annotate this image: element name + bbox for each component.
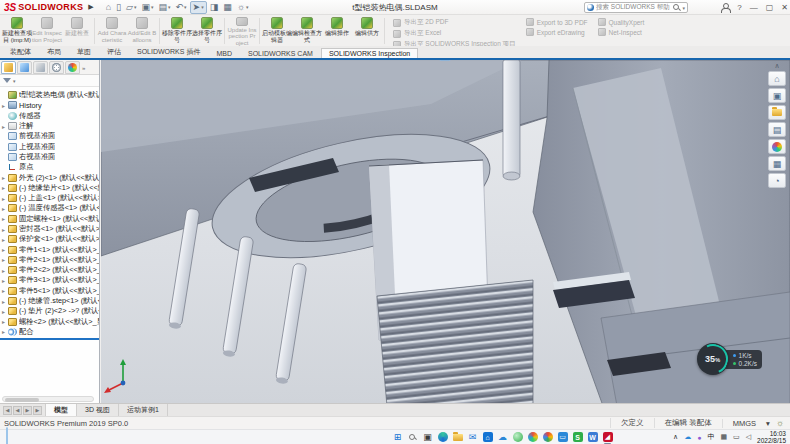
start-taskbar-button[interactable]: ⊞ — [392, 432, 403, 443]
status-units-dropdown-icon[interactable]: ▾ — [766, 419, 770, 428]
tree-item[interactable]: ▸密封器<1> (默认<<默认>_显示状 — [0, 224, 99, 234]
solidworks-forum-tab[interactable]: ◔ — [768, 173, 786, 188]
tree-item[interactable]: ▸零件2<2> (默认<<默认>_显示状 — [0, 265, 99, 275]
apply-scene-icon[interactable]: ▭ — [495, 60, 507, 61]
taskbar-clock[interactable]: 16:032022/8/15 — [757, 430, 786, 444]
tree-item[interactable]: ▸零件3<1> (默认<<默认>_显示状 — [0, 275, 99, 285]
home-button[interactable]: ⌂ — [104, 1, 113, 14]
filter-icon[interactable] — [3, 78, 11, 83]
store-taskbar-button[interactable]: ⌂ — [482, 432, 493, 443]
rebuild-button[interactable]: ◨ — [208, 1, 221, 14]
minimize-button[interactable]: — — [750, 3, 758, 12]
ime-chinese-icon[interactable]: 中 — [707, 432, 714, 442]
hidden-icons-icon[interactable]: ∧ — [673, 433, 678, 441]
widgets-button[interactable] — [6, 428, 8, 444]
tab-displaymanager[interactable] — [65, 61, 80, 74]
wps-taskbar-button[interactable]: W — [587, 432, 598, 443]
menu-flyout-arrow-icon[interactable]: ▶ — [88, 3, 93, 11]
tree-item[interactable]: 上视基准面 — [0, 141, 99, 151]
cm-tab-SOLIDWORKS 插件[interactable]: SOLIDWORKS 插件 — [129, 45, 208, 58]
tree-item[interactable]: ▸固定螺栓<1> (默认<<默认>_显示 — [0, 214, 99, 224]
file-explorer-tab[interactable] — [768, 105, 786, 120]
select-button[interactable]: ➤▾ — [190, 1, 207, 14]
cm-tab-布局[interactable]: 布局 — [39, 45, 69, 58]
edit-appearance-icon[interactable] — [481, 60, 493, 61]
tree-item[interactable]: ▸外壳 (2)<1> (默认<<默认>_显示状 — [0, 172, 99, 182]
tree-item[interactable]: ▸零件2<1> (默认<<默认>_显示状 — [0, 255, 99, 265]
help-search-box[interactable]: 搜索 SOLIDWORKS 帮助 ▾ — [584, 2, 688, 13]
doc-tab-运动算例1[interactable]: 运动算例1 — [119, 404, 168, 416]
tree-horizontal-scrollbar[interactable] — [2, 396, 94, 402]
view-orientation-icon[interactable]: ▣ — [439, 60, 451, 61]
usage-percent-badge[interactable]: 35% — [697, 343, 729, 375]
chrome-taskbar-button[interactable] — [542, 432, 553, 443]
select-dropdown-icon[interactable]: ▾ — [201, 2, 204, 12]
solidworks-logo[interactable]: 3S SOLIDWORKS ▶ — [4, 2, 94, 13]
cm-tab-MBD[interactable]: MBD — [208, 48, 240, 58]
edit-vendors-button[interactable]: 编辑供方 — [352, 16, 382, 46]
appearances-scenes-tab[interactable] — [768, 139, 786, 154]
cloud-app-taskbar-button[interactable]: ☁ — [497, 432, 508, 443]
open-button[interactable]: ▱▾ — [124, 1, 138, 14]
tree-item[interactable]: 传感器 — [0, 111, 99, 121]
tree-item[interactable]: 前视基准面 — [0, 131, 99, 141]
panel-tabs-overflow-icon[interactable]: » — [82, 65, 85, 71]
tab-propertymanager[interactable] — [17, 61, 32, 74]
app-s-taskbar-button[interactable]: S — [572, 432, 583, 443]
hide-show-items-icon[interactable]: ◉ — [467, 60, 479, 61]
help-button[interactable]: ? — [737, 3, 741, 12]
tree-item[interactable]: ▸(-) 温度传感器<1> (默认<<默认>_ — [0, 203, 99, 213]
custom-properties-tab[interactable]: ▦ — [768, 156, 786, 171]
display-cast-icon[interactable]: ▭ — [733, 433, 740, 441]
graphics-viewport[interactable]: ◎⊞◧▣◐◉▭▾ ▫▫—▢✕ ∧ ⌂▣▤▦◔ 35% 1K/s 0.2K/s — [101, 60, 790, 403]
tab-nav-arrow-icon[interactable]: ▶ — [33, 406, 42, 415]
undo-dropdown-icon[interactable]: ▾ — [184, 2, 187, 12]
tree-item[interactable]: ▸注解 — [0, 121, 99, 131]
view-palette-tab[interactable]: ▤ — [768, 122, 786, 137]
tree-item[interactable]: ▸螺栓<2> (默认<<默认>_显示状态 — [0, 317, 99, 327]
tab-nav-arrow-icon[interactable]: ◀ — [3, 406, 12, 415]
browser-360-taskbar-button[interactable] — [527, 432, 538, 443]
launch-template-editor-button[interactable]: 启动模板编辑器 — [262, 16, 292, 46]
tab-configurationmanager[interactable] — [33, 61, 48, 74]
edit-methods-button[interactable]: 编辑检查方式 — [292, 16, 322, 46]
net-speed-widget[interactable]: 35% 1K/s 0.2K/s — [697, 343, 762, 375]
search-taskbar-button[interactable] — [407, 432, 418, 443]
scrollbar-thumb[interactable] — [5, 398, 39, 402]
tree-item[interactable]: 右视基准面 — [0, 152, 99, 162]
undo-button[interactable]: ↶▾ — [174, 1, 189, 14]
save-button[interactable]: ▣▾ — [139, 1, 155, 14]
options-dropdown-icon[interactable]: ▾ — [246, 2, 249, 12]
volume-icon[interactable]: ◁ — [746, 433, 751, 441]
tree-item[interactable]: 原点 — [0, 162, 99, 172]
open-dropdown-icon[interactable]: ▾ — [134, 2, 137, 12]
remove-balloons-button[interactable]: 移除零件序号 — [162, 16, 192, 46]
tree-item[interactable]: ▸(-) 绝缘管.step<1> (默认<<默认> — [0, 296, 99, 306]
filter-dropdown-icon[interactable]: ▾ — [13, 78, 16, 84]
search-dropdown-icon[interactable]: ▾ — [682, 5, 685, 11]
view-settings-icon[interactable]: ▾ — [509, 60, 521, 61]
tree-item[interactable]: t型铠装热电偶 (默认<默认_显示状态-1 — [0, 90, 99, 100]
tree-item[interactable]: ▸History — [0, 100, 99, 110]
save-dropdown-icon[interactable]: ▾ — [151, 2, 154, 12]
task-pane-collapse-icon[interactable]: ∧ — [774, 62, 779, 69]
security-ball-icon[interactable]: ● — [697, 434, 701, 441]
tree-item[interactable]: ▸(-) 绝缘垫片<1> (默认<<默认>_显示 — [0, 183, 99, 193]
design-library-tab[interactable]: ▣ — [768, 88, 786, 103]
restore-button[interactable]: ▢ — [766, 3, 774, 12]
tree-item[interactable]: ▸(-) 上盖<1> (默认<<默认>_显示状 — [0, 193, 99, 203]
cm-tab-评估[interactable]: 评估 — [99, 45, 129, 58]
cm-tab-SOLIDWORKS Inspection[interactable]: SOLIDWORKS Inspection — [321, 48, 418, 58]
antivirus-360-taskbar-button[interactable] — [512, 432, 523, 443]
close-button[interactable]: ✕ — [781, 3, 788, 12]
ime-grid-icon[interactable]: ▦ — [720, 433, 727, 441]
mail-taskbar-button[interactable]: ✉ — [467, 432, 478, 443]
display-style-icon[interactable]: ◐ — [453, 60, 465, 61]
cm-tab-草图[interactable]: 草图 — [69, 45, 99, 58]
tab-featuremanager[interactable] — [1, 61, 16, 74]
cm-tab-装配体[interactable]: 装配体 — [2, 45, 39, 58]
tab-nav-arrow-icon[interactable]: ◀ — [13, 406, 22, 415]
print-dropdown-icon[interactable]: ▾ — [168, 2, 171, 12]
tree-item[interactable]: ▸配合 — [0, 327, 99, 337]
zoom-area-icon[interactable]: ⊞ — [411, 60, 423, 61]
